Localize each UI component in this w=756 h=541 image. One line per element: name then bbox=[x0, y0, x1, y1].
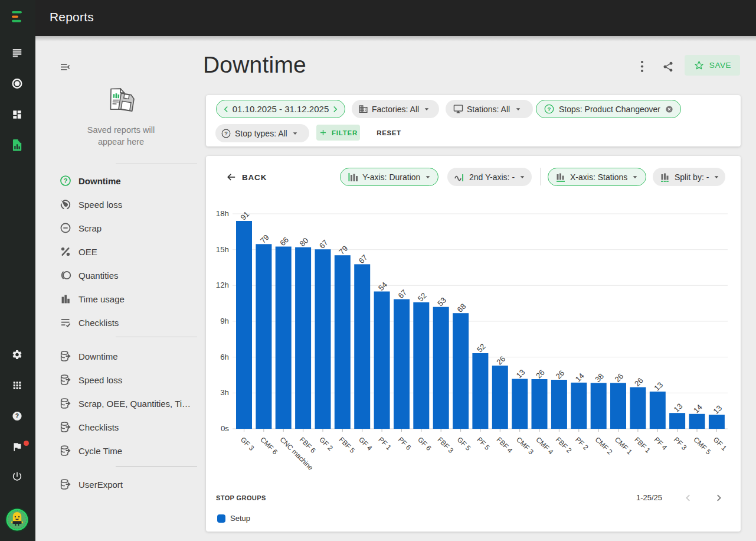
svg-text:12h: 12h bbox=[216, 281, 229, 289]
svg-text:53: 53 bbox=[436, 295, 448, 308]
svg-text:FBF 4: FBF 4 bbox=[495, 435, 515, 455]
svg-text:?: ? bbox=[63, 177, 67, 184]
svg-text:FBF 3: FBF 3 bbox=[436, 435, 456, 455]
svg-text:52: 52 bbox=[475, 342, 487, 354]
svg-text:?: ? bbox=[224, 131, 228, 136]
svg-text:13: 13 bbox=[711, 403, 724, 416]
svg-text:CMF 3: CMF 3 bbox=[515, 435, 535, 456]
svg-text:15h: 15h bbox=[216, 245, 229, 254]
svg-text:PF 3: PF 3 bbox=[672, 435, 689, 452]
svg-text:6h: 6h bbox=[220, 353, 229, 361]
svg-text:CMF 2: CMF 2 bbox=[594, 435, 614, 456]
svg-text:26: 26 bbox=[534, 368, 546, 380]
svg-text:14: 14 bbox=[692, 403, 704, 415]
svg-text:PF 4: PF 4 bbox=[653, 435, 669, 452]
svg-text:GF 2: GF 2 bbox=[318, 435, 334, 452]
svg-text:FBF 5: FBF 5 bbox=[338, 435, 357, 455]
svg-text:3h: 3h bbox=[220, 388, 229, 397]
svg-text:PF 2: PF 2 bbox=[574, 435, 590, 452]
svg-text:52: 52 bbox=[416, 291, 428, 304]
svg-text:GF 3: GF 3 bbox=[239, 435, 256, 452]
svg-text:26: 26 bbox=[633, 376, 645, 388]
svg-text:79: 79 bbox=[258, 233, 271, 245]
svg-text:PF 1: PF 1 bbox=[377, 435, 393, 452]
svg-text:GF 5: GF 5 bbox=[456, 435, 473, 452]
svg-text:79: 79 bbox=[337, 244, 349, 256]
svg-text:26: 26 bbox=[613, 371, 626, 384]
svg-text:FBF 1: FBF 1 bbox=[633, 435, 652, 455]
svg-text:GF 1: GF 1 bbox=[712, 435, 728, 452]
svg-text:CMF 6: CMF 6 bbox=[258, 435, 279, 456]
svg-text:CMF 1: CMF 1 bbox=[613, 435, 634, 456]
svg-text:38: 38 bbox=[593, 371, 606, 384]
svg-text:CMF 5: CMF 5 bbox=[692, 435, 712, 456]
svg-text:CMF 4: CMF 4 bbox=[534, 435, 555, 456]
svg-text:67: 67 bbox=[397, 288, 409, 300]
svg-text:26: 26 bbox=[554, 369, 566, 381]
svg-text:PF 5: PF 5 bbox=[475, 435, 492, 452]
svg-text:67: 67 bbox=[357, 253, 369, 265]
svg-text:PF 6: PF 6 bbox=[397, 435, 413, 452]
svg-text:18h: 18h bbox=[216, 209, 229, 218]
svg-text:13: 13 bbox=[672, 402, 685, 414]
svg-text:54: 54 bbox=[377, 280, 389, 292]
svg-text:80: 80 bbox=[298, 236, 310, 248]
svg-text:?: ? bbox=[548, 106, 551, 112]
svg-text:14: 14 bbox=[574, 371, 586, 384]
svg-text:66: 66 bbox=[278, 235, 290, 247]
svg-text:67: 67 bbox=[318, 238, 330, 250]
svg-text:13: 13 bbox=[652, 380, 665, 393]
svg-text:GF 4: GF 4 bbox=[357, 435, 374, 452]
svg-text:FBF 2: FBF 2 bbox=[554, 435, 574, 455]
svg-text:26: 26 bbox=[495, 354, 507, 367]
svg-text:91: 91 bbox=[239, 210, 251, 222]
svg-text:?: ? bbox=[15, 413, 19, 419]
svg-text:GF 6: GF 6 bbox=[416, 435, 433, 452]
svg-text:13: 13 bbox=[515, 367, 527, 380]
svg-text:0s: 0s bbox=[221, 424, 229, 433]
svg-text:68: 68 bbox=[456, 302, 468, 314]
svg-text:9h: 9h bbox=[220, 317, 229, 325]
